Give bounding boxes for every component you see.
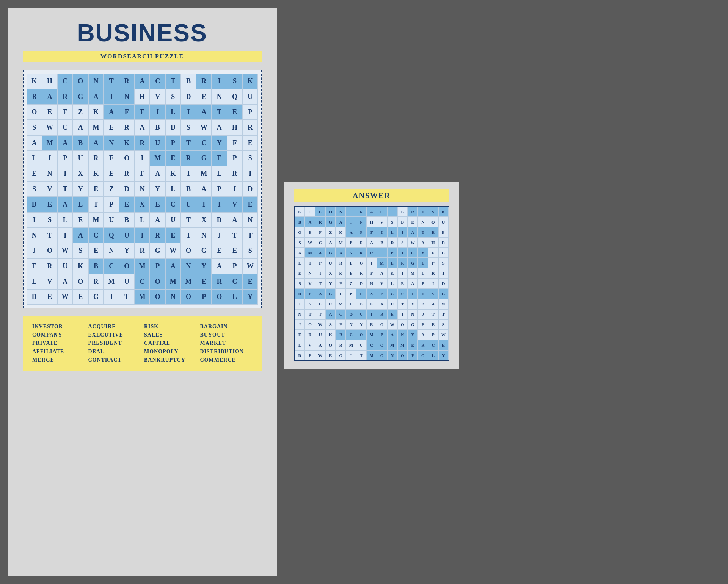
- grid-cell: M: [181, 274, 196, 290]
- answer-cell: E: [336, 319, 346, 330]
- answer-cell: U: [377, 247, 387, 258]
- grid-cell: Y: [242, 289, 258, 305]
- answer-cell: F: [428, 247, 438, 258]
- grid-cell: U: [150, 135, 165, 151]
- answer-cell: E: [336, 279, 346, 289]
- answer-cell: E: [295, 268, 305, 278]
- grid-cell: N: [196, 228, 212, 243]
- grid-cell: L: [135, 212, 150, 228]
- grid-cell: E: [27, 258, 42, 274]
- answer-cell: D: [418, 299, 428, 309]
- grid-cell: I: [150, 104, 165, 120]
- grid-cell: H: [227, 120, 243, 135]
- grid-cell: E: [165, 228, 181, 243]
- answer-cell: E: [387, 309, 397, 319]
- answer-cell: U: [356, 340, 366, 350]
- answer-cell: V: [377, 217, 387, 227]
- answer-cell: D: [295, 350, 305, 360]
- grid-cell: N: [119, 89, 135, 105]
- word-item: BUYOUT: [200, 332, 253, 338]
- answer-cell: O: [377, 340, 387, 350]
- grid-cell: S: [73, 243, 88, 258]
- answer-cell: Y: [377, 279, 387, 289]
- grid-cell: S: [165, 89, 181, 105]
- grid-cell: C: [135, 274, 150, 290]
- answer-cell: D: [438, 279, 449, 289]
- grid-cell: V: [150, 89, 165, 105]
- answer-cell: E: [346, 258, 356, 268]
- answer-title-box: ANSWER: [294, 189, 449, 202]
- grid-cell: M: [135, 289, 150, 305]
- answer-cell: E: [356, 289, 366, 299]
- answer-cell: T: [336, 289, 346, 299]
- answer-cell: E: [325, 350, 336, 360]
- answer-cell: M: [346, 340, 356, 350]
- answer-cell: C: [428, 340, 438, 350]
- grid-cell: F: [135, 166, 150, 182]
- grid-cell: S: [242, 150, 258, 166]
- answer-cell: A: [377, 299, 387, 309]
- grid-cell: O: [27, 104, 42, 120]
- answer-cell: U: [346, 299, 356, 309]
- grid-cell: R: [181, 150, 196, 166]
- grid-cell: U: [165, 212, 181, 228]
- grid-cell: B: [181, 182, 196, 197]
- answer-cell: L: [387, 227, 397, 237]
- answer-cell: C: [315, 207, 325, 217]
- grid-cell: L: [57, 212, 73, 228]
- puzzle-title: BUSINESS: [23, 19, 262, 47]
- answer-cell: G: [408, 258, 418, 268]
- answer-cell: A: [315, 289, 325, 299]
- grid-cell: K: [88, 166, 104, 182]
- answer-cell: M: [336, 299, 346, 309]
- answer-cell: U: [356, 309, 366, 319]
- answer-cell: Q: [346, 309, 356, 319]
- answer-cell: O: [356, 258, 366, 268]
- grid-cell: D: [119, 182, 135, 197]
- answer-cell: Y: [418, 247, 428, 258]
- answer-cell: A: [408, 227, 418, 237]
- answer-cell: J: [295, 319, 305, 330]
- answer-cell: L: [387, 279, 397, 289]
- answer-cell: X: [408, 299, 418, 309]
- grid-cell: I: [104, 289, 119, 305]
- grid-cell: K: [73, 258, 88, 274]
- grid-cell: N: [104, 243, 119, 258]
- grid-cell: O: [212, 289, 227, 305]
- grid-cell: D: [27, 197, 42, 212]
- answer-cell: F: [366, 227, 377, 237]
- grid-cell: R: [242, 120, 258, 135]
- grid-cell: K: [119, 135, 135, 151]
- grid-cell: F: [57, 104, 73, 120]
- answer-cell: N: [295, 309, 305, 319]
- grid-cell: E: [227, 104, 243, 120]
- answer-cell: E: [305, 227, 315, 237]
- answer-cell: P: [408, 350, 418, 360]
- grid-cell: M: [196, 166, 212, 182]
- answer-cell: B: [325, 247, 336, 258]
- grid-cell: A: [150, 166, 165, 182]
- answer-cell: K: [438, 207, 449, 217]
- grid-cell: N: [135, 182, 150, 197]
- grid-cell: E: [27, 166, 42, 182]
- answer-cell: N: [346, 247, 356, 258]
- grid-cell: L: [165, 182, 181, 197]
- grid-cell: D: [242, 182, 258, 197]
- grid-cell: J: [212, 228, 227, 243]
- grid-cell: E: [73, 212, 88, 228]
- answer-cell: F: [366, 268, 377, 278]
- answer-cell: A: [366, 207, 377, 217]
- answer-cell: R: [377, 309, 387, 319]
- answer-cell: N: [408, 309, 418, 319]
- answer-cell: T: [315, 309, 325, 319]
- grid-cell: T: [119, 289, 135, 305]
- grid-cell: D: [212, 212, 227, 228]
- answer-cell: N: [387, 350, 397, 360]
- grid-cell: W: [165, 243, 181, 258]
- answer-cell: G: [336, 350, 346, 360]
- answer-cell: E: [438, 340, 449, 350]
- grid-cell: T: [227, 228, 243, 243]
- grid-cell: M: [42, 135, 58, 151]
- word-item: PRIVATE: [32, 340, 85, 346]
- grid-cell: B: [73, 135, 88, 151]
